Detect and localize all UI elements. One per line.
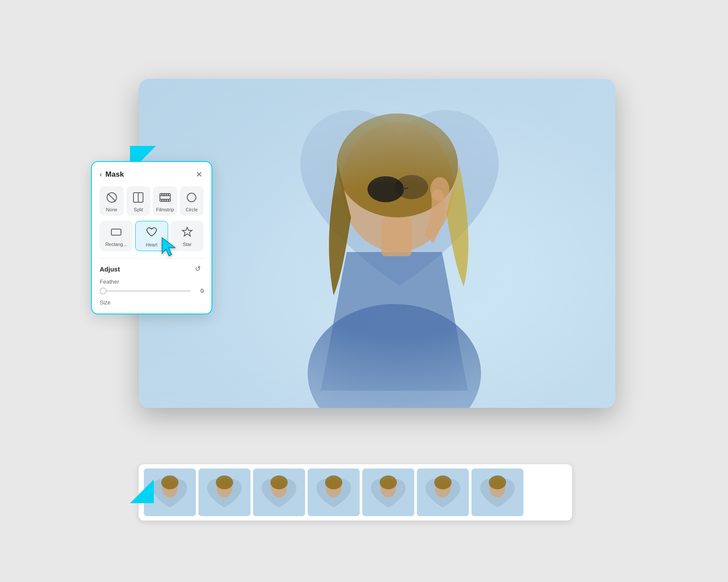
heart-icon	[144, 225, 159, 240]
svg-line-9	[108, 194, 116, 201]
svg-point-47	[489, 475, 506, 489]
shape-circle[interactable]: Circle	[180, 186, 204, 216]
filmstrip-thumb-4[interactable]	[308, 469, 360, 516]
circle-label: Circle	[185, 207, 198, 212]
svg-point-23	[187, 193, 196, 202]
app-container: ‹ Mask ✕ None	[104, 79, 624, 503]
rectangle-icon	[108, 224, 124, 240]
svg-point-38	[325, 475, 342, 489]
star-label: Star	[183, 242, 192, 247]
circle-icon	[184, 190, 199, 205]
adjust-title: Adjust	[100, 265, 120, 273]
shape-rectangle[interactable]: Rectang...	[100, 221, 133, 251]
svg-rect-18	[168, 194, 169, 195]
adjust-section: Adjust ↺ Feather 0 Size	[100, 258, 204, 306]
filmstrip-thumb-5[interactable]	[362, 469, 414, 516]
svg-marker-25	[182, 227, 192, 236]
filmstrip-thumb-6[interactable]	[417, 469, 469, 516]
adjust-header: Adjust ↺	[100, 265, 204, 273]
rectangle-label: Rectang...	[105, 242, 127, 247]
svg-rect-19	[161, 200, 162, 201]
size-label: Size	[100, 299, 204, 306]
svg-point-41	[380, 475, 397, 489]
mask-panel-title: Mask	[105, 170, 124, 179]
mask-panel-header: ‹ Mask ✕	[100, 170, 204, 179]
svg-rect-16	[163, 194, 165, 195]
filmstrip-label: Filmstrip	[156, 207, 174, 212]
close-button[interactable]: ✕	[194, 170, 204, 179]
svg-point-29	[161, 475, 179, 489]
svg-rect-15	[161, 194, 162, 195]
filmstrip-thumb-7[interactable]	[471, 469, 523, 516]
mask-title-row: ‹ Mask	[100, 170, 124, 179]
back-button[interactable]: ‹	[100, 171, 102, 178]
reset-button[interactable]: ↺	[195, 265, 204, 273]
svg-rect-22	[168, 200, 169, 201]
shape-grid-row1: None Split	[100, 186, 204, 216]
mask-panel: ‹ Mask ✕ None	[91, 161, 212, 314]
shape-split[interactable]: Split	[127, 186, 151, 216]
filmstrip	[139, 464, 572, 521]
shape-filmstrip[interactable]: Filmstrip	[153, 186, 177, 216]
shape-grid-row2: Rectang... Heart Star	[100, 221, 204, 251]
split-icon	[130, 190, 146, 205]
none-icon	[104, 190, 120, 205]
svg-rect-24	[111, 229, 121, 235]
svg-rect-20	[163, 200, 165, 201]
shape-none[interactable]: None	[100, 186, 124, 216]
svg-point-35	[270, 475, 288, 489]
split-label: Split	[134, 207, 143, 212]
shape-star[interactable]: Star	[171, 221, 204, 251]
feather-slider-track[interactable]	[100, 290, 191, 292]
feather-label: Feather	[100, 278, 204, 285]
svg-rect-17	[166, 194, 167, 195]
shape-heart[interactable]: Heart	[135, 221, 168, 251]
none-label: None	[106, 207, 117, 212]
feather-slider-container: 0	[100, 288, 204, 294]
filmstrip-thumb-2[interactable]	[198, 469, 250, 516]
teal-accent-bottomleft	[130, 479, 154, 503]
svg-point-44	[434, 475, 452, 489]
svg-point-32	[216, 475, 233, 489]
feather-value: 0	[195, 288, 204, 294]
star-icon	[179, 224, 195, 240]
svg-rect-21	[166, 200, 167, 201]
feather-slider-thumb[interactable]	[100, 288, 107, 294]
filmstrip-thumb-3[interactable]	[253, 469, 305, 516]
feather-slider-row: Feather 0	[100, 278, 204, 294]
heart-label: Heart	[146, 242, 158, 247]
filmstrip-icon	[157, 190, 173, 205]
